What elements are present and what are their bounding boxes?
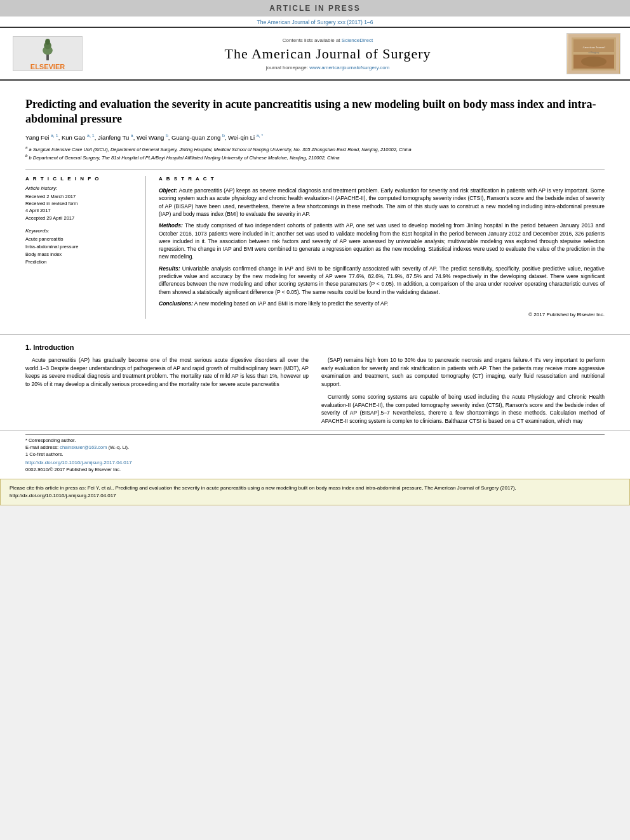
introduction-section: 1. Introduction Acute pancreatitis (AP) … <box>0 343 630 430</box>
contents-text: Contents lists available at <box>283 37 340 43</box>
article-info-label: A R T I C L E I N F O <box>25 176 137 182</box>
cofirst-note: 1 Co-first authors. <box>25 451 605 457</box>
conclusions-text: A new modeling based on IAP and BMI is m… <box>194 300 389 307</box>
journal-header: ELSEVIER Contents lists available at Sci… <box>0 27 630 81</box>
author6-sup: a, * <box>257 133 264 138</box>
results-text: Univariable analysis confirmed change in… <box>159 265 605 295</box>
citation-bar: Please cite this article in press as: Fe… <box>0 479 630 505</box>
article-in-press-banner: ARTICLE IN PRESS <box>0 0 630 17</box>
svg-rect-0 <box>46 54 49 60</box>
abstract-objective: Object: Acute pancreatitis (AP) keeps as… <box>159 187 605 218</box>
author1-sup-1: 1 <box>55 133 58 138</box>
methods-label: Methods: <box>159 222 183 229</box>
intro-right-para-1: (SAP) remains high from 10 to 30% due to… <box>321 356 605 389</box>
keywords-section: Keywords: Acute pancreatitis Intra-abdom… <box>25 228 137 266</box>
abstract-conclusions: Conclusions: A new modeling based on IAP… <box>159 300 605 307</box>
citation-text: The American Journal of Surgery xxx (201… <box>257 19 373 25</box>
elsevier-logo-area: ELSEVIER <box>6 33 89 74</box>
cofirst-label: 1 Co-first authors. <box>25 451 64 457</box>
elsevier-logo-box: ELSEVIER <box>13 36 83 71</box>
copyright-line: © 2017 Published by Elsevier Inc. <box>159 311 605 319</box>
article-title: Predicting and evaluation the severity i… <box>25 97 605 127</box>
sciencedirect-line: Contents lists available at ScienceDirec… <box>283 37 373 43</box>
section-divider <box>0 334 630 335</box>
homepage-text: journal homepage: <box>266 65 308 70</box>
authors-line: Yang Fei a, 1, Kun Gao a, 1, Jianfeng Tu… <box>25 133 605 141</box>
article-info-abstract: A R T I C L E I N F O Article history: R… <box>25 169 605 319</box>
keyword-4: Prediction <box>25 258 137 266</box>
affiliations: a a Surgical Intensive Care Unit (SICU),… <box>25 145 605 161</box>
elsevier-wordmark: ELSEVIER <box>30 63 65 70</box>
intro-two-col: Acute pancreatitis (AP) has gradually be… <box>25 356 605 430</box>
objective-label: Object: <box>159 187 177 194</box>
citation-text: Please cite this article in press as: Fe… <box>10 485 516 498</box>
svg-point-10 <box>581 57 607 67</box>
svg-text:American Journal: American Journal <box>582 46 605 49</box>
abstract-results: Results: Univariable analysis confirmed … <box>159 265 605 296</box>
journal-title-area: Contents lists available at ScienceDirec… <box>95 33 560 74</box>
history-label: Article history: <box>25 185 137 191</box>
doi-text[interactable]: http://dx.doi.org/10.1016/j.amjsurg.2017… <box>25 460 132 465</box>
issn-line: 0002-9610/© 2017 Published by Elsevier I… <box>25 467 605 472</box>
affiliation-b: b b Department of General Surgery, The 8… <box>25 153 605 161</box>
abstract-label: A B S T R A C T <box>159 176 605 182</box>
affiliation-a: a a Surgical Intensive Care Unit (SICU),… <box>25 145 605 153</box>
author2-sup-1: 1 <box>91 133 95 138</box>
history-revised: Received in revised form <box>25 200 137 207</box>
keyword-2: Intra-abdominal pressure <box>25 243 137 251</box>
abstract-methods: Methods: The study comprised of two inde… <box>159 222 605 261</box>
author3-sup-a: a <box>131 133 133 138</box>
main-content: Predicting and evaluation the severity i… <box>0 81 630 325</box>
history-accepted: Accepted 29 April 2017 <box>25 215 137 222</box>
page: ARTICLE IN PRESS The American Journal of… <box>0 0 630 505</box>
corresponding-label: * Corresponding author. <box>25 437 76 443</box>
svg-point-3 <box>45 39 50 45</box>
author5-sup-b: b <box>222 133 225 138</box>
journal-cover-thumbnail: American Journal of Surgery <box>566 33 620 74</box>
journal-cover-svg: American Journal of Surgery <box>568 34 619 74</box>
footnote-area: * Corresponding author. E-mail address: … <box>0 430 630 472</box>
history-received: Received 2 March 2017 <box>25 193 137 200</box>
intro-right-para-2: Currently some scoring systems are capab… <box>321 393 605 425</box>
keyword-1: Acute pancreatitis <box>25 236 137 243</box>
keyword-3: Body mass index <box>25 251 137 258</box>
objective-text: Acute pancreatitis (AP) keeps as severe … <box>159 187 605 217</box>
journal-homepage-line: journal homepage: www.americanjournalofs… <box>266 65 390 70</box>
homepage-url[interactable]: www.americanjournalofsurgery.com <box>309 65 389 70</box>
abstract-content: Object: Acute pancreatitis (AP) keeps as… <box>159 187 605 319</box>
intro-title: 1. Introduction <box>25 343 605 351</box>
methods-text: The study comprised of two independent c… <box>159 222 605 260</box>
banner-text: ARTICLE IN PRESS <box>269 4 360 13</box>
email-label: E-mail address: <box>25 444 58 450</box>
article-info-column: A R T I C L E I N F O Article history: R… <box>25 176 146 319</box>
email-note: E-mail address: chainskuler@163.com (W.-… <box>25 444 605 450</box>
email-address[interactable]: chainskuler@163.com <box>60 444 107 450</box>
intro-left-col: Acute pancreatitis (AP) has gradually be… <box>25 356 309 430</box>
keywords-label: Keywords: <box>25 228 137 234</box>
elsevier-tree-icon <box>32 37 64 62</box>
abstract-column: A B S T R A C T Object: Acute pancreatit… <box>159 176 605 319</box>
history-revised-date: 4 April 2017 <box>25 207 137 214</box>
affil-a-sup: a <box>25 145 27 149</box>
journal-citation-line: The American Journal of Surgery xxx (201… <box>0 17 630 27</box>
corresponding-note: * Corresponding author. <box>25 437 605 443</box>
conclusions-label: Conclusions: <box>159 300 193 307</box>
results-label: Results: <box>159 265 180 272</box>
svg-text:of Surgery: of Surgery <box>588 51 599 54</box>
affil-b-sup: b <box>25 153 27 157</box>
intro-right-col: (SAP) remains high from 10 to 30% due to… <box>321 356 605 430</box>
email-suffix: (W.-q. Li). <box>109 444 130 450</box>
journal-thumbnail-area: American Journal of Surgery <box>566 33 624 74</box>
intro-left-para-1: Acute pancreatitis (AP) has gradually be… <box>25 356 309 389</box>
sciencedirect-link[interactable]: ScienceDirect <box>342 37 373 43</box>
issn-text: 0002-9610/© 2017 Published by Elsevier I… <box>25 467 121 472</box>
footnote-divider <box>25 434 605 435</box>
journal-title: The American Journal of Surgery <box>224 46 431 62</box>
doi-line[interactable]: http://dx.doi.org/10.1016/j.amjsurg.2017… <box>25 460 605 465</box>
author4-sup-b: b <box>166 133 168 138</box>
